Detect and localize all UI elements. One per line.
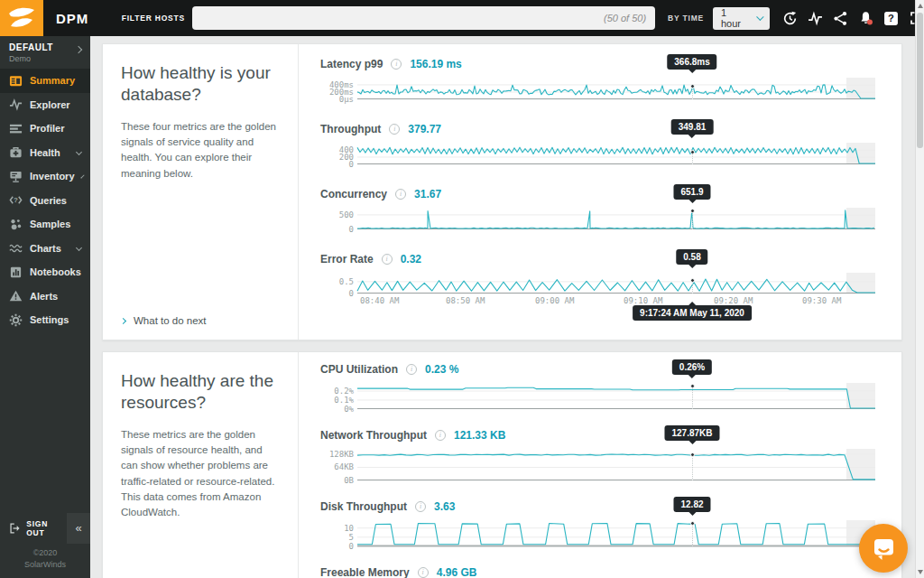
workspace-name: DEFAULT: [9, 42, 83, 52]
workspace-switcher[interactable]: DEFAULT Demo: [0, 36, 90, 69]
sidebar-item-charts[interactable]: Charts: [0, 237, 90, 261]
sidebar-item-notebooks[interactable]: Notebooks: [0, 260, 90, 284]
sidebar-item-settings[interactable]: Settings: [0, 308, 90, 332]
metric-current-value: 31.67: [414, 188, 441, 200]
help-icon[interactable]: ?: [883, 11, 899, 26]
profiler-icon: [9, 122, 23, 135]
y-axis-tick: 0%: [316, 405, 354, 414]
sidebar-item-summary[interactable]: Summary: [0, 69, 90, 93]
info-icon[interactable]: [389, 124, 400, 135]
y-axis-tick: 64KB: [316, 462, 354, 471]
y-axis-tick: 128KB: [316, 450, 354, 459]
scrollbar-thumb[interactable]: [917, 13, 923, 148]
sign-out-button[interactable]: SIGN OUT: [0, 519, 67, 537]
network-throughput-plot-area[interactable]: 128KB64KB0B127.87KB: [357, 449, 875, 480]
sidebar-item-label: Health: [30, 147, 69, 158]
time-axis-label: 09:20 AM: [714, 296, 753, 305]
metric-current-value: 379.77: [408, 123, 441, 135]
metric-name: Network Throughput: [320, 429, 427, 442]
resources-card-intro: How healthy are the resources? These met…: [103, 352, 299, 578]
filter-hosts-input[interactable]: (50 of 50): [192, 6, 655, 30]
metric-name: Error Rate: [320, 253, 374, 266]
y-axis-tick: 0.2%: [316, 387, 354, 396]
info-icon[interactable]: [382, 254, 393, 265]
cpu-utilization-plot-area[interactable]: 0.2%0.1%0%0.26%: [357, 383, 875, 409]
y-axis-tick: 0.1%: [316, 396, 354, 405]
chart-canvas: [357, 383, 875, 409]
network-throughput-chart: Network Throughput121.33 KB128KB64KB0B12…: [320, 429, 901, 480]
copyright-company: SolarWinds: [0, 559, 90, 571]
chart-canvas: [357, 143, 875, 164]
card-title: How healthy are the resources?: [121, 370, 280, 414]
queries-icon: ?: [9, 193, 23, 207]
sidebar-item-label: Settings: [30, 314, 83, 325]
page-scrollbar[interactable]: [915, 0, 924, 578]
info-icon[interactable]: [395, 189, 406, 200]
sidebar-item-samples[interactable]: Samples: [0, 212, 90, 237]
hover-crosshair-line: [692, 210, 693, 229]
latency-p99-chart: Latency p99156.19 ms400ms200ms0µs366.8ms: [320, 58, 901, 99]
hover-value-tooltip: 366.8ms: [667, 54, 716, 70]
svg-text:?: ?: [14, 197, 18, 205]
time-range-dropdown[interactable]: 1 hour: [713, 7, 770, 30]
sidebar-nav: SummaryExplorerProfilerHealthInventory?Q…: [0, 69, 90, 332]
hover-point-dot: [690, 278, 695, 283]
chat-launcher-button[interactable]: [859, 524, 908, 573]
charts-icon: [9, 241, 23, 255]
activity-icon[interactable]: [808, 11, 823, 26]
info-icon[interactable]: [415, 501, 426, 512]
what-to-do-next-link[interactable]: What to do next: [121, 315, 207, 326]
y-axis-tick: 10: [316, 524, 354, 533]
chevron-down-icon: [756, 13, 763, 20]
disk-throughput-plot-area[interactable]: 105012.82: [357, 520, 875, 546]
info-icon[interactable]: [406, 364, 417, 375]
y-axis-tick: 0: [316, 289, 354, 298]
database-health-card: How healthy is your database? These four…: [102, 43, 902, 340]
hover-value-tooltip: 0.26%: [672, 359, 712, 375]
chart-canvas: [357, 520, 875, 546]
y-axis-tick: 0: [316, 542, 354, 551]
info-icon[interactable]: [391, 59, 402, 70]
error-rate-plot-area[interactable]: 0.500.58: [357, 273, 875, 294]
notifications-bell-icon[interactable]: [858, 11, 873, 26]
history-refresh-icon[interactable]: [782, 11, 798, 26]
sidebar-bottom: SIGN OUT « ©2020 SolarWinds: [0, 513, 90, 578]
chevron-down-icon: [76, 245, 82, 251]
solarwinds-logo-icon[interactable]: [0, 0, 43, 36]
chevron-down-icon: [76, 149, 82, 155]
summary-icon: [9, 74, 23, 88]
resources-health-card: How healthy are the resources? These met…: [102, 351, 902, 578]
metric-current-value: 121.33 KB: [454, 429, 505, 442]
hover-value-tooltip: 12.82: [673, 497, 710, 512]
hover-point-dot: [690, 384, 695, 388]
y-axis-tick: 0µs: [316, 95, 354, 104]
sidebar-collapse-button[interactable]: «: [67, 513, 90, 544]
share-icon[interactable]: [833, 11, 848, 26]
metric-current-value: 0.32: [401, 253, 421, 266]
y-axis-tick: 0.5: [316, 277, 354, 286]
sidebar-item-alerts[interactable]: Alerts: [0, 284, 90, 309]
hover-crosshair-line: [692, 454, 693, 480]
sidebar-item-inventory[interactable]: Inventory: [0, 164, 90, 189]
chart-canvas: [357, 78, 875, 99]
scroll-up-arrow-icon[interactable]: [918, 4, 923, 8]
sidebar-item-profiler[interactable]: Profiler: [0, 117, 90, 141]
y-axis-tick: 500: [316, 210, 354, 219]
app-title: DPM: [56, 11, 102, 26]
sidebar-item-explorer[interactable]: Explorer: [0, 93, 90, 117]
info-icon[interactable]: [435, 430, 446, 441]
host-count: (50 of 50): [604, 13, 646, 23]
hover-point-dot: [690, 84, 695, 89]
sidebar-item-queries[interactable]: ?Queries: [0, 189, 90, 213]
throughput-chart: Throughput379.774002000349.81: [320, 123, 901, 164]
sidebar-item-label: Explorer: [30, 99, 83, 110]
sidebar-item-label: Inventory: [30, 171, 75, 182]
throughput-plot-area[interactable]: 4002000349.81: [357, 143, 875, 164]
latency-p99-plot-area[interactable]: 400ms200ms0µs366.8ms: [357, 78, 875, 99]
concurrency-plot-area[interactable]: 5000651.9: [357, 208, 875, 229]
sidebar-item-health[interactable]: Health: [0, 141, 90, 165]
cpu-utilization-chart: CPU Utilization0.23 %0.2%0.1%0%0.26%: [320, 363, 901, 409]
info-icon[interactable]: [418, 567, 429, 578]
metric-name: Latency p99: [320, 58, 383, 70]
scroll-down-arrow-icon[interactable]: [918, 570, 923, 574]
